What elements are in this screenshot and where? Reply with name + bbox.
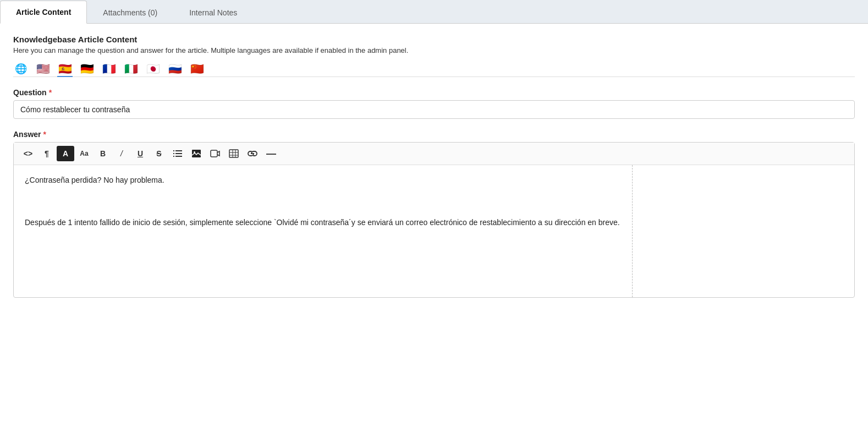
toolbar-code-btn[interactable]: <> [19,146,37,161]
toolbar-image-btn[interactable] [188,146,205,161]
lang-flag-de[interactable]: 🇩🇪 [79,63,95,74]
tab-article-content[interactable]: Article Content [0,1,87,24]
svg-rect-8 [211,150,217,157]
svg-rect-3 [175,153,182,154]
svg-rect-1 [175,150,182,151]
lang-flag-ja[interactable]: 🇯🇵 [145,63,161,74]
toolbar-table-btn[interactable] [225,146,243,161]
toolbar-link-btn[interactable] [244,146,261,161]
svg-rect-4 [173,156,174,157]
lang-flag-zh[interactable]: 🇨🇳 [189,63,205,74]
question-input[interactable] [13,100,855,119]
section-title: Knowledgebase Article Content [13,35,855,44]
answer-field-group: Answer * <> ¶ A Aa B / U S [13,130,855,298]
lang-flag-fr[interactable]: 🇫🇷 [101,63,117,74]
question-label: Question * [13,88,855,97]
lang-flag-ru[interactable]: 🇷🇺 [167,63,183,74]
answer-editor: <> ¶ A Aa B / U S [13,142,855,298]
editor-paragraph-2: Después de 1 intento fallido de inicio d… [25,216,621,228]
lang-flag-globe[interactable]: 🌐 [13,63,29,74]
editor-body: ¿Contraseña perdida? No hay problema. De… [14,165,854,297]
toolbar-fontsize-btn[interactable]: Aa [75,146,93,161]
lang-flag-it[interactable]: 🇮🇹 [123,63,139,74]
question-field-group: Question * [13,88,855,119]
tab-attachments[interactable]: Attachments (0) [87,1,173,24]
editor-content[interactable]: ¿Contraseña perdida? No hay problema. De… [14,165,632,297]
toolbar-italic-btn[interactable]: / [113,146,130,161]
tab-internal-notes[interactable]: Internal Notes [173,1,253,24]
tabs-bar: Article Content Attachments (0) Internal… [0,0,868,24]
toolbar-paragraph-btn[interactable]: ¶ [38,146,56,161]
toolbar-format-btn[interactable]: A [57,146,74,161]
answer-required-star: * [43,130,46,139]
lang-flag-es[interactable]: 🇪🇸 [57,63,73,74]
lang-flag-en[interactable]: 🇺🇸 [35,63,51,74]
svg-rect-6 [192,150,201,157]
svg-rect-0 [173,150,174,151]
toolbar-list-btn[interactable] [169,146,186,161]
editor-right-panel [634,165,854,297]
question-required-star: * [49,88,52,97]
toolbar-hr-btn[interactable]: — [262,146,280,161]
svg-rect-2 [173,153,174,154]
svg-rect-9 [229,150,238,157]
editor-paragraph-1: ¿Contraseña perdida? No hay problema. [25,174,621,186]
editor-toolbar: <> ¶ A Aa B / U S [14,143,854,165]
toolbar-strikethrough-btn[interactable]: S [150,146,168,161]
toolbar-bold-btn[interactable]: B [94,146,112,161]
toolbar-underline-btn[interactable]: U [131,146,149,161]
toolbar-video-btn[interactable] [206,146,224,161]
language-flags-row: 🌐 🇺🇸 🇪🇸 🇩🇪 🇫🇷 🇮🇹 🇯🇵 🇷🇺 🇨🇳 [13,63,855,77]
main-content: Knowledgebase Article Content Here you c… [0,24,868,309]
answer-label: Answer * [13,130,855,139]
svg-rect-5 [175,156,182,157]
section-description: Here you can manage the question and ans… [13,46,855,54]
